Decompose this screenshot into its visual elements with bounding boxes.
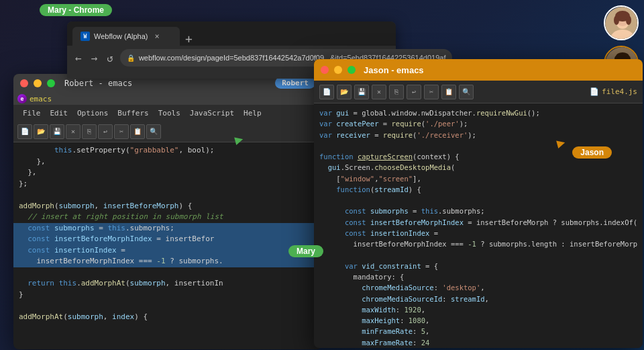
jason-window-title: Jason - emacs [364, 65, 424, 75]
code-line: maxFrameRate: 24 [314, 337, 643, 348]
chrome-tab-webflow[interactable]: W Webflow (Alpha) × [72, 27, 180, 46]
svg-point-5 [614, 15, 619, 25]
toolbar-copy[interactable]: ⎘ [82, 124, 97, 139]
jason-toolbar: 📄 📂 💾 ✕ ⎘ ↩ ✂ 📋 🔍 📄 file4.js [314, 81, 643, 103]
toolbar-undo[interactable]: ↩ [98, 124, 113, 139]
chrome-tab-bar: W Webflow (Alpha) × + [67, 21, 396, 46]
window-minimize-dot[interactable] [34, 79, 42, 87]
emacs-toolbar: 📄 📂 💾 ✕ ⎘ ↩ ✂ 📋 🔍 [13, 121, 322, 142]
emacs-app-label: emacs [30, 95, 52, 103]
emacs-jason-titlebar: Jason - emacs [314, 59, 643, 81]
menu-file[interactable]: File [19, 107, 45, 119]
code-line: return this.addMorphAt(submorph, inserti… [13, 278, 322, 290]
emacs-menu-bar: File Edit Options Buffers Tools JavaScri… [13, 105, 322, 121]
code-line: ["window","screen"], [314, 173, 643, 184]
jason-window-close[interactable] [321, 66, 329, 74]
tab-title: Webflow (Alpha) [94, 32, 148, 40]
emacs-logo-icon: e [17, 94, 27, 103]
code-line: }, [13, 157, 322, 168]
code-line: // insert at right position in submorph … [13, 212, 322, 223]
jason-window-minimize[interactable] [334, 66, 342, 74]
file-name: file4.js [602, 87, 637, 96]
code-line: const submorphs = this.submorphs; [314, 206, 643, 216]
code-line [314, 195, 643, 206]
code-line: } [13, 290, 322, 301]
jason-toolbar-search[interactable]: 🔍 [459, 85, 474, 99]
mary-avatar [604, 5, 639, 40]
refresh-button[interactable]: ↺ [104, 50, 116, 66]
code-line: }; [13, 179, 322, 190]
code-line-selected: insertBeforeMorphIndex === -1 ? submorph… [13, 256, 322, 267]
window-maximize-dot[interactable] [47, 79, 55, 87]
code-line [314, 249, 643, 260]
emacs-robert-code: this.setProperty("grabbable", bool); }, … [13, 142, 322, 325]
code-line: maxWidth: 1920, [314, 304, 643, 315]
code-line: mandatory: { [314, 271, 643, 282]
jason-window-maximize[interactable] [347, 66, 356, 74]
jason-toolbar-open[interactable]: 📂 [337, 85, 352, 99]
toolbar-search[interactable]: 🔍 [146, 124, 161, 139]
toolbar-paste[interactable]: 📋 [130, 124, 145, 139]
mary-name-badge: Mary [288, 245, 323, 257]
jason-toolbar-close[interactable]: ✕ [372, 85, 386, 99]
code-line [13, 189, 322, 201]
emacs-label-bar: e emacs [13, 93, 322, 105]
code-line: var createPeer = require('./peer'); [314, 118, 643, 129]
menu-help[interactable]: Help [239, 107, 266, 119]
robert-user-badge: Robert [275, 77, 315, 89]
code-line: this.setProperty("grabbable", bool); [13, 145, 322, 157]
code-line-selected: const submorphs = this.submorphs; [13, 223, 322, 234]
code-line: function(streamId) { [314, 184, 643, 195]
file-name-badge: 📄 file4.js [590, 87, 637, 96]
code-line: addMorph(submorph, insertBeforeMorph) { [13, 201, 322, 212]
code-line: gui.Screen.chooseDesktopMedia( [314, 162, 643, 173]
menu-javascript[interactable]: JavaScript [186, 107, 238, 119]
emacs-robert-window: Robert - emacs Robert e emacs File Edit … [13, 74, 322, 349]
code-line: insertBeforeMorphIndex === -1 ? submorph… [314, 238, 643, 249]
tab-close-button[interactable]: × [155, 32, 160, 41]
menu-tools[interactable]: Tools [154, 107, 184, 119]
svg-point-6 [626, 15, 631, 25]
lock-icon: 🔒 [127, 54, 135, 62]
emacs-jason-window: Jason - emacs 📄 📂 💾 ✕ ⎘ ↩ ✂ 📋 🔍 📄 file4.… [314, 59, 643, 348]
code-line [13, 300, 322, 312]
code-line [13, 267, 322, 279]
new-tab-button[interactable]: + [180, 32, 198, 46]
code-line-selected: const insertionIndex = [13, 245, 322, 257]
code-line: var vid_constraint = { [314, 261, 643, 271]
toolbar-save[interactable]: 💾 [50, 124, 64, 139]
code-line: }, [13, 167, 322, 179]
jason-toolbar-copy[interactable]: ⎘ [389, 85, 404, 99]
toolbar-open[interactable]: 📂 [34, 124, 48, 139]
code-line-selected: const insertBeforeMorphIndex = insertBef… [13, 234, 322, 245]
code-line: const insertBeforeMorphIndex = insertBef… [314, 217, 643, 228]
code-line: chromeMediaSourceId: streamId, [314, 294, 643, 304]
toolbar-new-file[interactable]: 📄 [17, 124, 32, 139]
toolbar-cut[interactable]: ✂ [114, 124, 129, 139]
webflow-favicon: W [80, 32, 90, 41]
jason-name-badge: Jason [572, 146, 612, 159]
menu-options[interactable]: Options [73, 107, 112, 119]
menu-edit[interactable]: Edit [46, 107, 72, 119]
jason-toolbar-paste[interactable]: 📋 [441, 85, 456, 99]
forward-button[interactable]: → [89, 50, 101, 66]
jason-toolbar-undo[interactable]: ↩ [407, 85, 421, 99]
code-line: minFrameRate: 5, [314, 326, 643, 337]
code-line: maxHeight: 1080, [314, 315, 643, 326]
mary-chrome-title-badge: Mary - Chrome [40, 4, 112, 16]
toolbar-close[interactable]: ✕ [66, 124, 80, 139]
window-close-dot[interactable] [20, 79, 28, 87]
jason-toolbar-cut[interactable]: ✂ [424, 85, 439, 99]
code-line: const insertionIndex = [314, 228, 643, 238]
emacs-jason-code: var gui = global.window.nwDispatcher.req… [314, 103, 643, 348]
jason-toolbar-new[interactable]: 📄 [319, 85, 334, 99]
code-line: var receiver = require('./receiver'); [314, 130, 643, 140]
code-line: chromeMediaSource: 'desktop', [314, 282, 643, 293]
jason-toolbar-save[interactable]: 💾 [354, 85, 369, 99]
code-line: addMorphAt(submorph, index) { [13, 312, 322, 323]
back-button[interactable]: ← [72, 50, 85, 66]
menu-buffers[interactable]: Buffers [113, 107, 152, 119]
code-line: var gui = global.window.nwDispatcher.req… [314, 107, 643, 118]
